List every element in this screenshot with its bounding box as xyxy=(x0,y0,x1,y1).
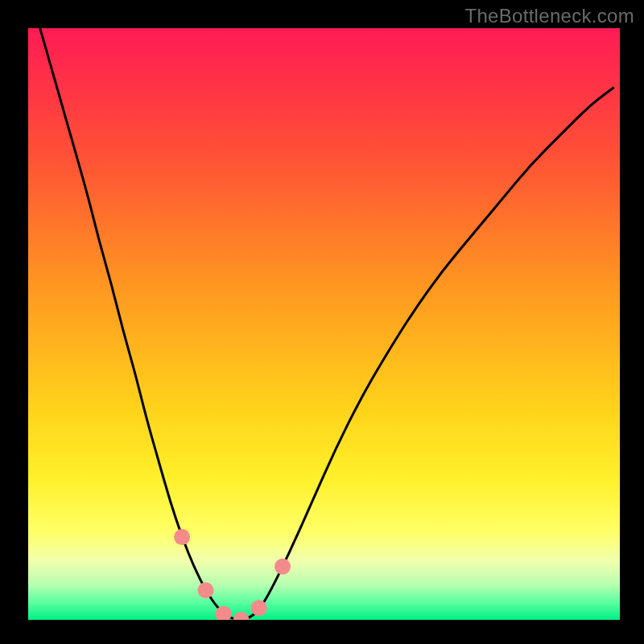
highlight-marker xyxy=(275,559,291,575)
bottleneck-plot xyxy=(0,0,644,644)
highlight-marker xyxy=(174,529,190,545)
highlight-marker xyxy=(233,612,250,628)
highlight-marker xyxy=(251,600,267,616)
highlight-marker xyxy=(216,606,232,622)
chart-container: TheBottleneck.com xyxy=(0,0,644,644)
plot-background xyxy=(28,28,620,620)
highlight-marker xyxy=(198,582,214,598)
watermark-text: TheBottleneck.com xyxy=(464,5,634,27)
